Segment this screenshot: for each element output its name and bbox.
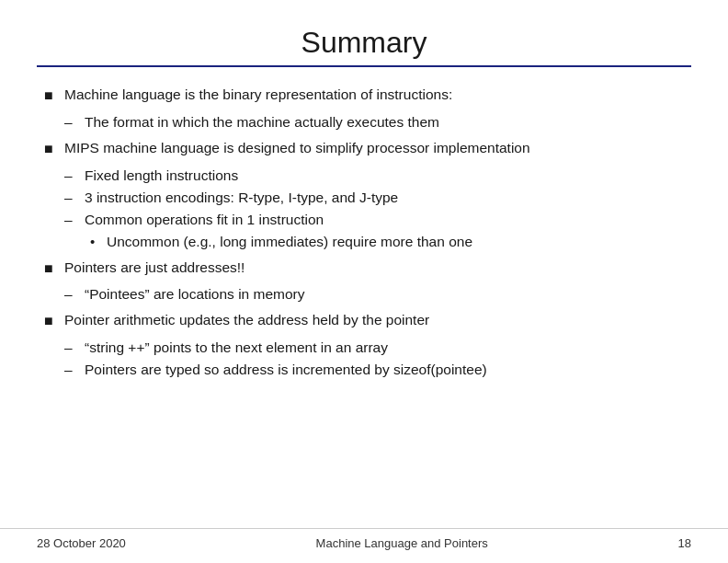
footer-date: 28 October 2020 — [37, 536, 126, 550]
bullet3-text: Pointers are just addresses!! — [64, 257, 245, 279]
list-item: – The format in which the machine actual… — [64, 111, 684, 133]
list-item: – “Pointees” are locations in memory — [64, 283, 684, 305]
slide-footer: 28 October 2020 Machine Language and Poi… — [0, 528, 728, 563]
sub-list-1: – The format in which the machine actual… — [64, 111, 684, 133]
bullet1-text: Machine language is the binary represent… — [64, 84, 452, 106]
sub-list-4: – “string ++” points to the next element… — [64, 337, 684, 381]
list-item: • Uncommon (e.g., long immediates) requi… — [90, 231, 684, 253]
footer-title: Machine Language and Pointers — [316, 536, 488, 550]
bullet4-sub1-text: “string ++” points to the next element i… — [85, 337, 388, 359]
slide-container: Summary ■ Machine language is the binary… — [0, 0, 728, 563]
main-bullet-list: ■ Machine language is the binary represe… — [44, 84, 684, 381]
bullet4-sub2-text: Pointers are typed so address is increme… — [85, 359, 487, 381]
sub-list-2: – Fixed length instructions – 3 instruct… — [64, 165, 684, 253]
dash-icon: – — [64, 165, 85, 187]
bullet1-sub1-text: The format in which the machine actually… — [85, 111, 439, 133]
sub-list-3: – “Pointees” are locations in memory — [64, 283, 684, 305]
dash-icon: – — [64, 283, 85, 305]
list-item: ■ Pointers are just addresses!! — [44, 257, 684, 281]
bullet2-sub2-text: 3 instruction encodings: R-type, I-type,… — [85, 187, 398, 209]
bullet2-sub1-text: Fixed length instructions — [85, 165, 238, 187]
title-area: Summary — [0, 0, 728, 75]
dot-icon: • — [90, 231, 107, 252]
bullet2-text: MIPS machine language is designed to sim… — [64, 137, 530, 159]
dash-icon: – — [64, 111, 85, 133]
footer-page: 18 — [678, 536, 691, 550]
dash-icon: – — [64, 209, 85, 231]
bullet4-text: Pointer arithmetic updates the address h… — [64, 309, 429, 331]
bullet3-sub1-text: “Pointees” are locations in memory — [85, 283, 305, 305]
bullet-icon: ■ — [44, 258, 64, 281]
sub-sub-list-2: • Uncommon (e.g., long immediates) requi… — [90, 231, 684, 253]
bullet-icon: ■ — [44, 85, 64, 108]
content-area: ■ Machine language is the binary represe… — [0, 75, 728, 528]
dash-icon: – — [64, 337, 85, 359]
bullet-icon: ■ — [44, 310, 64, 333]
list-item: – Common operations fit in 1 instruction — [64, 209, 684, 231]
dash-icon: – — [64, 359, 85, 381]
list-item: – 3 instruction encodings: R-type, I-typ… — [64, 187, 684, 209]
bullet2-subsub1-text: Uncommon (e.g., long immediates) require… — [107, 231, 472, 253]
bullet2-sub3-text: Common operations fit in 1 instruction — [85, 209, 324, 231]
title-divider — [37, 65, 691, 67]
list-item: ■ Pointer arithmetic updates the address… — [44, 309, 684, 333]
list-item: ■ Machine language is the binary represe… — [44, 84, 684, 108]
list-item: – Fixed length instructions — [64, 165, 684, 187]
list-item: – Pointers are typed so address is incre… — [64, 359, 684, 381]
bullet-icon: ■ — [44, 138, 64, 161]
dash-icon: – — [64, 187, 85, 209]
slide-title: Summary — [37, 26, 691, 60]
list-item: – “string ++” points to the next element… — [64, 337, 684, 359]
list-item: ■ MIPS machine language is designed to s… — [44, 137, 684, 161]
